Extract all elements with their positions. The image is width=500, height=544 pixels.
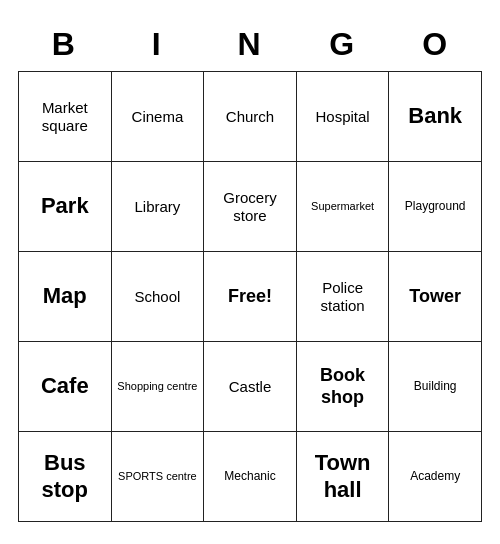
cell-r3-c4: Building — [389, 342, 482, 432]
cell-text-r0-c3: Hospital — [315, 108, 369, 126]
cell-text-r0-c2: Church — [226, 108, 274, 126]
cell-r1-c4: Playground — [389, 162, 482, 252]
bingo-header: BINGO — [18, 22, 482, 71]
bingo-card: BINGO Market squareCinemaChurchHospitalB… — [10, 14, 490, 530]
cell-r0-c2: Church — [204, 72, 297, 162]
cell-r2-c3: Police station — [297, 252, 390, 342]
cell-r1-c2: Grocery store — [204, 162, 297, 252]
cell-r0-c0: Market square — [19, 72, 112, 162]
cell-text-r3-c1: Shopping centre — [117, 380, 197, 393]
cell-text-r2-c4: Tower — [409, 286, 461, 308]
cell-text-r3-c0: Cafe — [41, 373, 89, 399]
header-letter-I: I — [111, 22, 204, 71]
cell-text-r2-c1: School — [134, 288, 180, 306]
cell-text-r1-c3: Supermarket — [311, 200, 374, 213]
cell-r4-c0: Bus stop — [19, 432, 112, 522]
cell-text-r0-c1: Cinema — [132, 108, 184, 126]
cell-r0-c4: Bank — [389, 72, 482, 162]
cell-text-r4-c4: Academy — [410, 469, 460, 483]
header-letter-O: O — [389, 22, 482, 71]
bingo-grid: Market squareCinemaChurchHospitalBankPar… — [18, 71, 482, 522]
cell-text-r0-c4: Bank — [408, 103, 462, 129]
cell-text-r2-c3: Police station — [300, 279, 386, 315]
cell-r3-c3: Book shop — [297, 342, 390, 432]
cell-r0-c3: Hospital — [297, 72, 390, 162]
cell-r3-c0: Cafe — [19, 342, 112, 432]
cell-text-r0-c0: Market square — [22, 99, 108, 135]
header-letter-G: G — [296, 22, 389, 71]
cell-text-r1-c4: Playground — [405, 199, 466, 213]
cell-r4-c1: SPORTS centre — [112, 432, 205, 522]
cell-r2-c1: School — [112, 252, 205, 342]
header-letter-N: N — [204, 22, 297, 71]
cell-text-r3-c3: Book shop — [300, 365, 386, 408]
cell-r3-c2: Castle — [204, 342, 297, 432]
cell-r1-c1: Library — [112, 162, 205, 252]
cell-text-r2-c0: Map — [43, 283, 87, 309]
cell-text-r4-c2: Mechanic — [224, 469, 275, 483]
cell-text-r2-c2: Free! — [228, 286, 272, 308]
cell-r3-c1: Shopping centre — [112, 342, 205, 432]
cell-r2-c4: Tower — [389, 252, 482, 342]
cell-r1-c3: Supermarket — [297, 162, 390, 252]
cell-text-r1-c0: Park — [41, 193, 89, 219]
cell-r4-c3: Town hall — [297, 432, 390, 522]
cell-text-r4-c0: Bus stop — [22, 450, 108, 503]
cell-text-r3-c2: Castle — [229, 378, 272, 396]
cell-text-r3-c4: Building — [414, 379, 457, 393]
cell-r2-c0: Map — [19, 252, 112, 342]
cell-r0-c1: Cinema — [112, 72, 205, 162]
cell-text-r1-c1: Library — [134, 198, 180, 216]
cell-text-r1-c2: Grocery store — [207, 189, 293, 225]
cell-r4-c4: Academy — [389, 432, 482, 522]
cell-r2-c2: Free! — [204, 252, 297, 342]
cell-r1-c0: Park — [19, 162, 112, 252]
cell-text-r4-c3: Town hall — [300, 450, 386, 503]
cell-text-r4-c1: SPORTS centre — [118, 470, 197, 483]
cell-r4-c2: Mechanic — [204, 432, 297, 522]
header-letter-B: B — [18, 22, 111, 71]
